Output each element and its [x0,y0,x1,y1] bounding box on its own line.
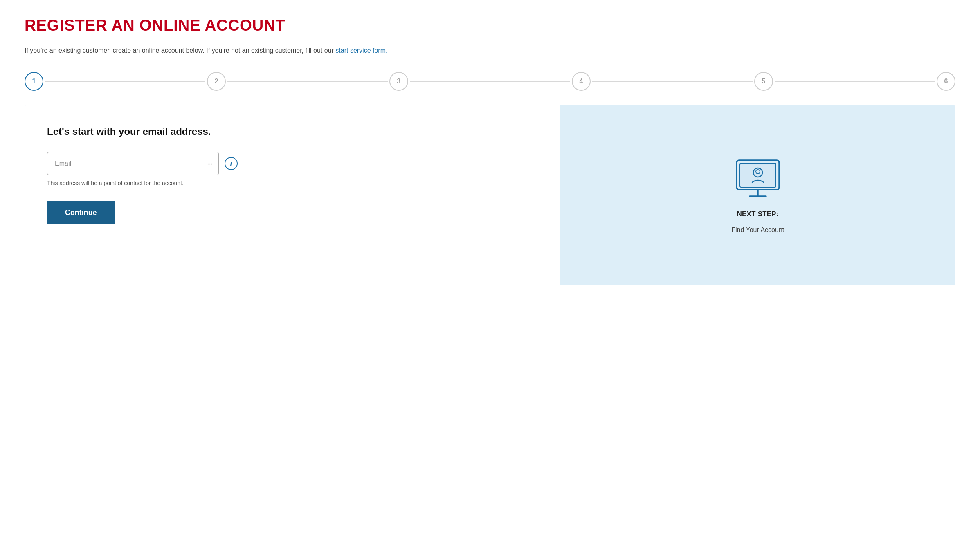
next-step-description: Find Your Account [731,226,784,234]
step-line-1 [45,81,205,82]
step-3: 3 [389,72,408,91]
page-title: Register an Online Account [25,16,955,34]
monitor-icon [733,157,782,202]
form-section: Let's start with your email address. ···… [25,105,560,285]
info-icon[interactable]: i [225,157,238,170]
progress-stepper: 1 2 3 4 5 6 [25,72,955,91]
step-1: 1 [25,72,43,91]
next-step-label: NEXT STEP: [737,210,779,218]
step-line-3 [410,81,570,82]
email-input-row: ··· i [47,152,537,175]
step-6: 6 [937,72,955,91]
input-dots-icon: ··· [207,161,213,167]
email-input[interactable] [47,152,219,175]
subtitle: If you're an existing customer, create a… [25,46,955,56]
form-heading: Let's start with your email address. [47,126,537,137]
subtitle-text: If you're an existing customer, create a… [25,47,335,54]
start-service-link[interactable]: start service form. [335,47,387,54]
input-hint: This address will be a point of contact … [47,180,537,186]
svg-rect-6 [754,189,762,190]
svg-rect-1 [740,163,776,187]
step-4: 4 [572,72,591,91]
registration-card: Let's start with your email address. ···… [25,105,955,285]
step-line-4 [592,81,753,82]
step-5: 5 [754,72,773,91]
step-line-2 [227,81,388,82]
email-input-wrapper: ··· [47,152,219,175]
next-step-panel: NEXT STEP: Find Your Account [560,105,955,285]
step-2: 2 [207,72,226,91]
step-line-5 [775,81,935,82]
continue-button[interactable]: Continue [47,201,115,224]
